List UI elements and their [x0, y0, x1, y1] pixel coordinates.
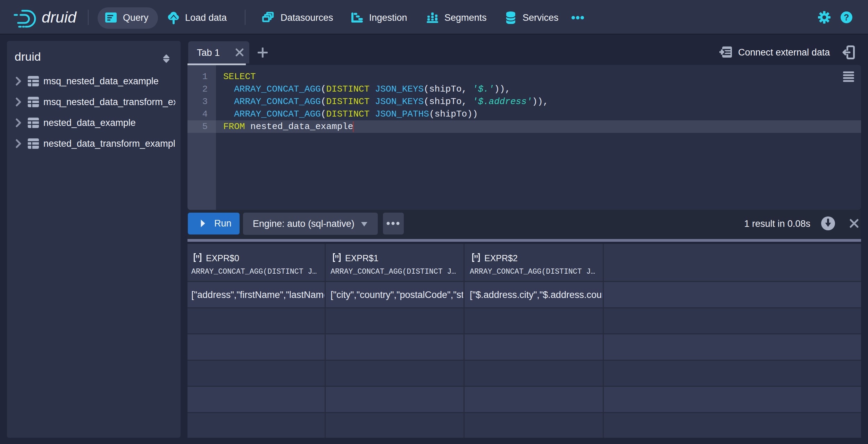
svg-text:”: ” — [335, 253, 339, 262]
svg-text:?: ? — [844, 12, 849, 22]
svg-text:”: ” — [474, 253, 478, 262]
svg-text:”: ” — [195, 253, 200, 262]
